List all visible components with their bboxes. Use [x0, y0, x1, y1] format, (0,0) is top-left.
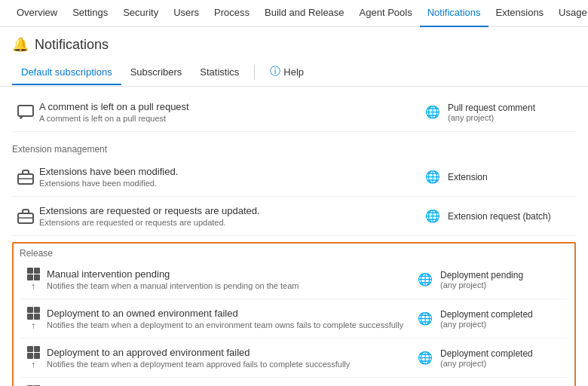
notif-right-ext-requested: 🌐 Extension request (batch): [425, 209, 576, 223]
notif-type-release-2: Deployment completed (any project): [440, 348, 533, 368]
help-circle-icon: ⓘ: [270, 65, 280, 78]
release-section: Release ↑ Manual intervention pending No…: [12, 242, 576, 386]
release-icon-wrapper-0: ↑: [20, 268, 47, 291]
extension-section: Extension management Extensions have bee…: [12, 138, 576, 236]
nav-settings[interactable]: Settings: [65, 0, 115, 27]
release-icon-1: ↑: [27, 307, 40, 330]
notif-desc-ext-requested: Extensions are requested or requests are…: [39, 218, 416, 227]
sub-nav: Default subscriptions Subscribers Statis…: [0, 59, 588, 87]
notif-type-release-0: Deployment pending (any project): [440, 270, 523, 290]
notif-title-ext-requested: Extensions are requested or requests are…: [39, 205, 416, 216]
globe-icon-release-2: 🌐: [418, 351, 433, 365]
release-icon-wrapper-2: ↑: [20, 346, 47, 369]
globe-icon-release-0: 🌐: [418, 272, 433, 286]
main-content: A comment is left on a pull request A co…: [0, 87, 588, 386]
notif-row-ext-modified: Extensions have been modified. Extension…: [12, 158, 576, 197]
notif-title-release-2: Deployment to an approved environment fa…: [47, 347, 409, 358]
globe-icon-ext-requested: 🌐: [425, 209, 440, 223]
nav-users[interactable]: Users: [166, 0, 207, 27]
release-icon-wrapper-1: ↑: [20, 307, 47, 330]
notif-right-pull-request: 🌐 Pull request comment (any project): [425, 103, 576, 122]
notif-row-release-3: ↑ Deployment completion failures Notifie…: [20, 378, 568, 386]
notif-desc-release-0: Notifies the team when a manual interven…: [47, 281, 409, 290]
notif-type-release-1: Deployment completed (any project): [440, 309, 533, 329]
notif-row-ext-requested: Extensions are requested or requests are…: [12, 197, 576, 236]
briefcase-icon-2: [17, 209, 34, 224]
comment-icon: [17, 105, 34, 120]
nav-notifications[interactable]: Notifications: [420, 0, 488, 27]
notif-type-pull-request: Pull request comment (any project): [448, 103, 535, 122]
release-icon-0: ↑: [27, 268, 40, 291]
notif-row-release-1: ↑ Deployment to an owned environment fai…: [20, 299, 568, 339]
notif-desc-ext-modified: Extensions have been modified.: [39, 179, 416, 188]
nav-build-release[interactable]: Build and Release: [257, 0, 352, 27]
notif-text-release-0: Manual intervention pending Notifies the…: [47, 268, 418, 290]
nav-overview[interactable]: Overview: [9, 0, 65, 27]
top-nav: Overview Settings Security Users Process…: [0, 0, 588, 27]
release-section-title: Release: [20, 244, 568, 260]
page-title: Notifications: [35, 37, 109, 53]
comment-icon-wrapper: [12, 105, 39, 120]
briefcase-icon-wrapper-1: [12, 170, 39, 185]
nav-security[interactable]: Security: [115, 0, 166, 27]
nav-extensions[interactable]: Extensions: [488, 0, 552, 27]
notif-row-pull-request: A comment is left on a pull request A co…: [12, 93, 576, 132]
subnav-help[interactable]: ⓘ Help: [261, 59, 313, 86]
briefcase-icon-1: [17, 170, 34, 185]
globe-icon-ext-modified: 🌐: [425, 170, 440, 184]
notif-title-ext-modified: Extensions have been modified.: [39, 166, 416, 177]
nav-agent-pools[interactable]: Agent Pools: [352, 0, 420, 27]
sub-nav-divider: [254, 65, 255, 80]
notif-title-pull-request: A comment is left on a pull request: [39, 101, 416, 112]
subnav-statistics[interactable]: Statistics: [191, 60, 248, 85]
subnav-subscribers[interactable]: Subscribers: [121, 60, 191, 85]
briefcase-icon-wrapper-2: [12, 209, 39, 224]
globe-icon-release-1: 🌐: [418, 311, 433, 326]
subnav-default-subscriptions[interactable]: Default subscriptions: [12, 60, 121, 85]
notif-text-pull-request: A comment is left on a pull request A co…: [39, 101, 425, 123]
bell-icon: 🔔: [12, 36, 29, 53]
pull-request-section: A comment is left on a pull request A co…: [12, 93, 576, 132]
notif-text-ext-modified: Extensions have been modified. Extension…: [39, 166, 425, 188]
notif-text-release-1: Deployment to an owned environment faile…: [47, 308, 418, 329]
page-header: 🔔 Notifications: [0, 27, 588, 59]
globe-icon-pull-request: 🌐: [425, 105, 440, 119]
notif-row-release-2: ↑ Deployment to an approved environment …: [20, 339, 568, 378]
notif-right-release-0: 🌐 Deployment pending (any project): [418, 270, 568, 290]
nav-process[interactable]: Process: [207, 0, 257, 27]
notif-row-release-0: ↑ Manual intervention pending Notifies t…: [20, 260, 568, 299]
notif-type-ext-requested: Extension request (batch): [448, 211, 551, 222]
extension-section-title: Extension management: [12, 138, 576, 158]
svg-rect-0: [18, 106, 33, 116]
release-icon-2: ↑: [27, 346, 40, 369]
notif-right-release-1: 🌐 Deployment completed (any project): [418, 309, 568, 329]
notif-text-ext-requested: Extensions are requested or requests are…: [39, 205, 425, 227]
notif-desc-pull-request: A comment is left on a pull request: [39, 114, 416, 123]
nav-usage[interactable]: Usage: [551, 0, 588, 27]
notif-desc-release-1: Notifies the team when a deployment to a…: [47, 320, 409, 329]
notif-right-release-2: 🌐 Deployment completed (any project): [418, 348, 568, 368]
notif-type-ext-modified: Extension: [448, 172, 488, 182]
notif-right-ext-modified: 🌐 Extension: [425, 170, 576, 184]
notif-title-release-1: Deployment to an owned environment faile…: [47, 308, 409, 319]
notif-title-release-0: Manual intervention pending: [47, 268, 409, 280]
notif-desc-release-2: Notifies the team when a deployment team…: [47, 360, 409, 369]
notif-text-release-2: Deployment to an approved environment fa…: [47, 347, 418, 369]
